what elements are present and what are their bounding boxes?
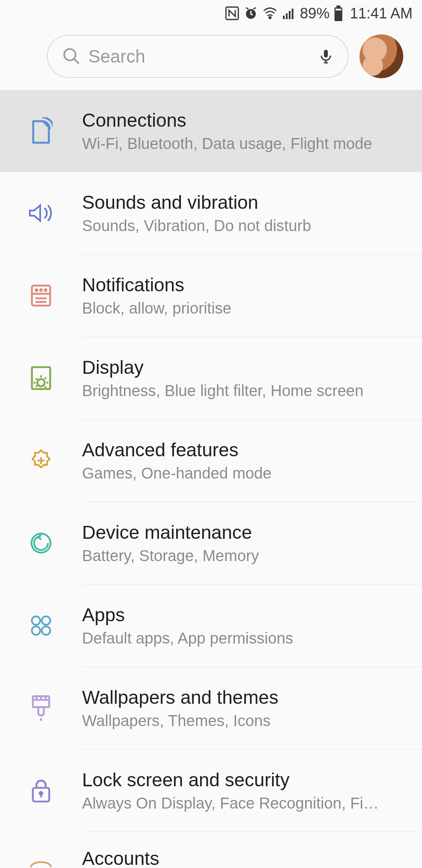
search-icon [62, 47, 81, 66]
svg-point-25 [40, 792, 43, 795]
svg-point-17 [38, 379, 45, 386]
item-title: Apps [82, 604, 400, 626]
item-title: Sounds and vibration [82, 192, 400, 213]
search-field[interactable] [47, 35, 349, 78]
battery-percent: 89% [300, 5, 329, 22]
svg-rect-6 [292, 9, 294, 19]
settings-item-lockscreen[interactable]: Lock screen and security Always On Displ… [0, 750, 422, 832]
item-title: Accounts [82, 848, 400, 868]
settings-item-connections[interactable]: Connections Wi-Fi, Bluetooth, Data usage… [0, 90, 422, 172]
item-subtitle: Block, allow, prioritise [82, 299, 400, 317]
svg-rect-4 [286, 13, 288, 19]
settings-item-apps[interactable]: Apps Default apps, App permissions [0, 585, 422, 667]
svg-point-15 [45, 289, 46, 291]
notifications-icon [28, 283, 54, 308]
search-input[interactable] [88, 46, 318, 67]
settings-item-accounts[interactable]: Accounts [0, 832, 422, 868]
advanced-icon [28, 448, 54, 473]
item-subtitle: Always On Display, Face Recognition, Fi… [82, 794, 400, 812]
status-bar: 89% 11:41 AM [0, 0, 422, 27]
settings-list: Connections Wi-Fi, Bluetooth, Data usage… [0, 90, 422, 868]
battery-icon [333, 5, 343, 21]
item-subtitle: Default apps, App permissions [82, 629, 400, 647]
svg-point-20 [42, 616, 50, 624]
settings-item-display[interactable]: Display Brightness, Blue light filter, H… [0, 337, 422, 419]
connections-icon [28, 118, 54, 144]
item-title: Connections [82, 109, 400, 131]
header [0, 27, 422, 90]
item-title: Lock screen and security [82, 769, 400, 791]
svg-point-10 [64, 49, 75, 60]
sound-icon [28, 200, 54, 226]
svg-point-14 [40, 289, 42, 291]
maintenance-icon [28, 530, 54, 556]
clock-time: 11:41 AM [350, 5, 413, 22]
item-title: Device maintenance [82, 522, 400, 543]
settings-item-wallpapers[interactable]: Wallpapers and themes Wallpapers, Themes… [0, 667, 422, 749]
item-subtitle: Games, One-handed mode [82, 464, 400, 482]
mic-icon[interactable] [318, 46, 334, 66]
item-title: Notifications [82, 274, 400, 296]
settings-item-maintenance[interactable]: Device maintenance Battery, Storage, Mem… [0, 502, 422, 584]
svg-rect-11 [324, 50, 328, 57]
item-title: Advanced features [82, 439, 400, 461]
item-subtitle: Sounds, Vibration, Do not disturb [82, 217, 400, 235]
nfc-icon [225, 6, 240, 21]
svg-point-19 [32, 616, 40, 624]
brush-icon [28, 695, 54, 721]
svg-rect-9 [336, 9, 342, 10]
svg-rect-7 [336, 5, 340, 7]
svg-rect-3 [283, 16, 285, 19]
settings-item-sounds[interactable]: Sounds and vibration Sounds, Vibration, … [0, 172, 422, 254]
svg-rect-5 [289, 11, 291, 19]
accounts-icon [28, 845, 54, 868]
svg-point-22 [42, 626, 50, 635]
item-title: Wallpapers and themes [82, 687, 400, 708]
lock-icon [28, 778, 54, 803]
wifi-icon [262, 6, 278, 21]
alarm-icon [243, 6, 258, 21]
apps-icon [28, 613, 54, 638]
settings-item-advanced[interactable]: Advanced features Games, One-handed mode [0, 420, 422, 502]
svg-point-2 [269, 17, 271, 19]
signal-icon [282, 6, 296, 21]
display-icon [28, 365, 54, 391]
item-subtitle: Brightness, Blue light filter, Home scre… [82, 382, 400, 400]
item-subtitle: Wallpapers, Themes, Icons [82, 712, 400, 730]
svg-point-13 [36, 289, 38, 291]
item-subtitle: Wi-Fi, Bluetooth, Data usage, Flight mod… [82, 135, 400, 152]
settings-item-notifications[interactable]: Notifications Block, allow, prioritise [0, 255, 422, 337]
svg-point-21 [32, 626, 40, 635]
item-title: Display [82, 357, 400, 378]
profile-avatar[interactable] [359, 34, 403, 78]
item-subtitle: Battery, Storage, Memory [82, 547, 400, 565]
